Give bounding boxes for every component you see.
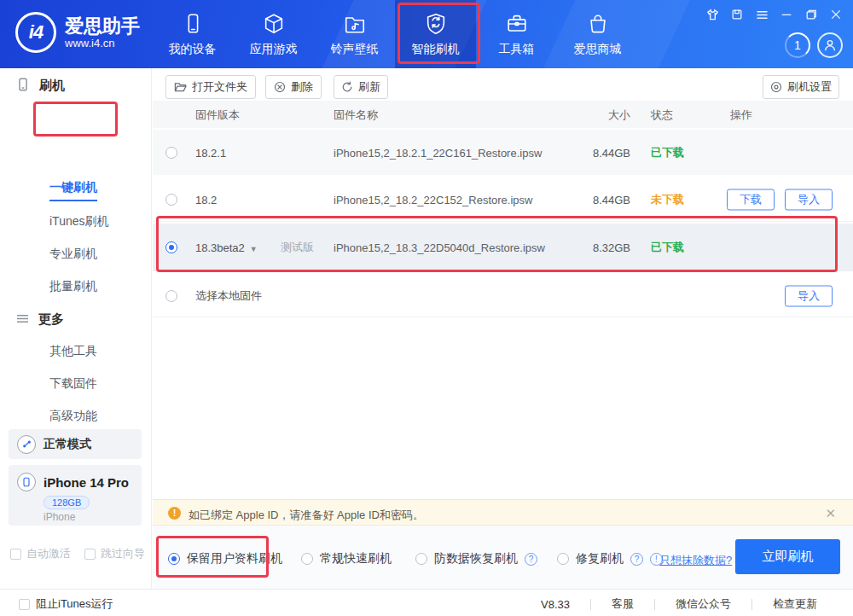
option-label: 保留用户资料刷机 [187, 551, 282, 567]
nav-label: 工具箱 [499, 42, 535, 57]
header-user-area: 1 [785, 32, 843, 58]
app-logo[interactable]: i4 爱思助手 www.i4.cn [15, 12, 140, 53]
device-mode-card[interactable]: 正常模式 [9, 429, 142, 459]
firmware-row-selected[interactable]: 18.3beta2▼ 测试版 iPhone15,2_18.3_22D5040d_… [153, 224, 853, 271]
phone-icon [15, 77, 31, 95]
nav-label: 智能刷机 [412, 42, 460, 57]
device-card[interactable]: iPhone 14 Pro 128GB iPhone [9, 465, 142, 526]
save-icon[interactable] [730, 8, 744, 21]
help-icon[interactable]: ? [630, 553, 643, 566]
auto-activate-checkbox[interactable]: 自动激活 [10, 546, 71, 561]
checkbox-label: 阻止iTunes运行 [36, 596, 113, 612]
column-header-status: 状态 [651, 108, 673, 123]
status-badge: 已下载 [651, 145, 684, 160]
firmware-row-local[interactable]: 选择本地固件 导入 [153, 275, 853, 317]
window-controls [705, 8, 843, 21]
firmware-version-dropdown[interactable]: 18.3beta2▼ [195, 241, 258, 254]
option-label: 修复刷机 [576, 551, 624, 567]
minimize-icon[interactable] [780, 8, 793, 21]
radio-button[interactable] [165, 147, 177, 159]
option-keep-user-data[interactable]: 保留用户资料刷机 [168, 551, 282, 567]
block-itunes-checkbox[interactable]: 阻止iTunes运行 [19, 596, 113, 612]
refresh-button[interactable]: 刷新 [334, 75, 388, 99]
option-repair-flash[interactable]: 修复刷机 ? ! [557, 551, 663, 567]
button-label: 删除 [291, 79, 313, 95]
shield-refresh-icon [424, 12, 448, 36]
sidebar-item-one-click-flash[interactable]: 一键刷机 [49, 180, 97, 201]
menu-icon[interactable] [755, 8, 769, 21]
option-normal-fast-flash[interactable]: 常规快速刷机 [301, 551, 392, 567]
firmware-row[interactable]: 18.2.1 iPhone15,2_18.2.1_22C161_Restore.… [153, 130, 853, 175]
check-update-link[interactable]: 检查更新 [752, 596, 838, 612]
app-window: i4 爱思助手 www.i4.cn 我的设备 应用游戏 [0, 0, 853, 616]
skin-icon[interactable] [705, 8, 719, 21]
select-local-firmware-label: 选择本地固件 [195, 288, 262, 304]
section-title: 更多 [38, 311, 64, 328]
avatar[interactable] [817, 32, 843, 58]
toolbox-icon [505, 12, 529, 36]
maximize-icon[interactable] [804, 8, 818, 21]
firmware-name: iPhone15,2_18.3_22D5040d_Restore.ipsw [334, 241, 545, 254]
radio-button-checked[interactable] [165, 241, 177, 253]
sidebar-item-download-firmware[interactable]: 下载固件 [49, 376, 97, 392]
brand-website: www.i4.cn [65, 37, 140, 49]
device-type: iPhone [44, 511, 133, 523]
nav-store[interactable]: 爱思商城 [557, 0, 638, 68]
close-icon[interactable]: ✕ [825, 506, 836, 521]
wechat-official-link[interactable]: 微信公众号 [655, 596, 751, 612]
main-nav: 我的设备 应用游戏 铃声壁纸 智能刷机 [152, 0, 638, 68]
sidebar-item-itunes-flash[interactable]: iTunes刷机 [49, 214, 109, 230]
option-anti-data-recovery-flash[interactable]: 防数据恢复刷机 ? [415, 551, 537, 567]
button-label: 刷机设置 [787, 79, 832, 95]
open-folder-button[interactable]: 打开文件夹 [165, 75, 256, 99]
device-phone-icon [17, 473, 36, 491]
erase-data-link[interactable]: 只想抹除数据? [659, 553, 732, 568]
download-button[interactable]: 下载 [727, 189, 775, 210]
sidebar-item-other-tools[interactable]: 其他工具 [49, 344, 97, 359]
notification-badge[interactable]: 1 [785, 32, 810, 58]
column-header-version: 固件版本 [195, 108, 240, 123]
shopping-bag-icon [586, 12, 610, 36]
header: i4 爱思助手 www.i4.cn 我的设备 应用游戏 [0, 0, 853, 68]
flash-now-button[interactable]: 立即刷机 [735, 539, 840, 574]
skip-setup-checkbox[interactable]: 跳过向导 [84, 546, 145, 561]
close-icon[interactable] [829, 8, 843, 21]
delete-button[interactable]: 删除 [265, 75, 322, 99]
nav-smart-flash[interactable]: 智能刷机 [395, 0, 476, 68]
firmware-row[interactable]: 18.2 iPhone15,2_18.2_22C152_Restore.ipsw… [153, 177, 853, 222]
sidebar: 刷机 一键刷机 iTunes刷机 专业刷机 批量刷机 更多 其他工具 下载固件 … [0, 68, 152, 589]
option-label: 常规快速刷机 [320, 551, 392, 567]
flash-options-panel: 保留用户资料刷机 常规快速刷机 防数据恢复刷机 ? 修复刷机 ? ! 只想抹除数… [153, 526, 853, 589]
option-label: 防数据恢复刷机 [434, 551, 518, 567]
sidebar-item-batch-flash[interactable]: 批量刷机 [49, 279, 97, 294]
nav-toolbox[interactable]: 工具箱 [476, 0, 557, 68]
beta-tag: 测试版 [281, 240, 314, 255]
nav-apps-games[interactable]: 应用游戏 [233, 0, 314, 68]
notice-text: 如已绑定 Apple ID，请准备好 Apple ID和密码。 [189, 508, 424, 523]
nav-my-device[interactable]: 我的设备 [152, 0, 233, 68]
nav-ringtones-wallpapers[interactable]: 铃声壁纸 [314, 0, 395, 68]
status-badge: 已下载 [651, 240, 684, 255]
chevron-down-icon: ▼ [250, 245, 258, 253]
sidebar-item-pro-flash[interactable]: 专业刷机 [49, 247, 97, 262]
firmware-size: 8.44GB [560, 193, 630, 206]
radio-button[interactable] [165, 290, 177, 302]
firmware-size: 8.32GB [560, 241, 630, 254]
firmware-table-header: 固件版本 固件名称 大小 状态 操作 [153, 101, 853, 128]
menu-icon [15, 312, 30, 328]
firmware-name: iPhone15,2_18.2.1_22C161_Restore.ipsw [334, 146, 542, 159]
checkbox-label: 自动激活 [26, 546, 71, 561]
import-button[interactable]: 导入 [785, 189, 833, 210]
flash-settings-button[interactable]: 刷机设置 [763, 75, 839, 99]
radio-button[interactable] [165, 194, 177, 206]
radio-button [301, 553, 313, 565]
help-icon[interactable]: ? [525, 553, 537, 566]
nav-label: 铃声壁纸 [331, 42, 379, 57]
firmware-size: 8.44GB [560, 146, 630, 159]
customer-service-link[interactable]: 客服 [591, 596, 654, 612]
checkbox-label: 跳过向导 [101, 546, 145, 561]
sidebar-item-advanced-features[interactable]: 高级功能 [49, 409, 97, 424]
status-badge: 未下载 [651, 192, 684, 207]
import-button[interactable]: 导入 [785, 285, 833, 306]
device-capacity-badge: 128GB [44, 496, 90, 509]
